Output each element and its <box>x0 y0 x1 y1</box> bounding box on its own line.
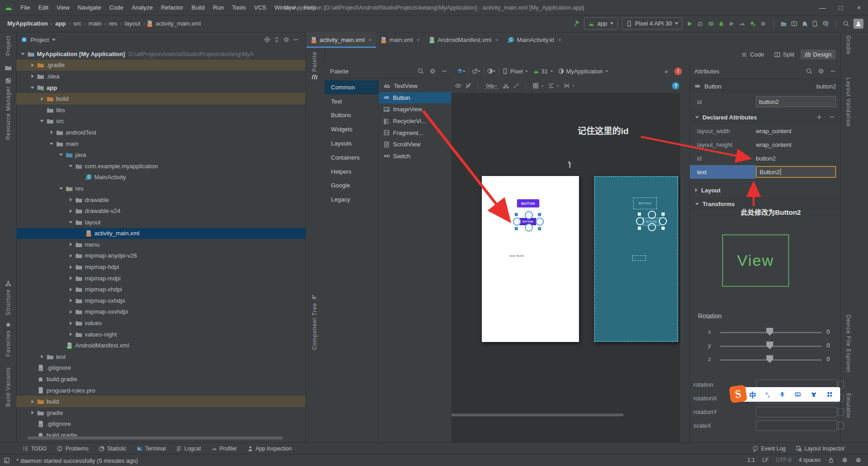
constraint-anchor-bottom[interactable] <box>525 223 533 232</box>
constraint-anchor-top[interactable] <box>525 211 533 219</box>
tree-row-mipmap-anydpi-v26[interactable]: mipmap-anydpi-v26 <box>16 250 305 262</box>
chevron-down-icon[interactable] <box>59 187 63 190</box>
tree-row-res[interactable]: res <box>16 183 305 194</box>
breadcrumb-file[interactable]: activity_main.xml <box>155 20 202 27</box>
chevron-right-icon[interactable] <box>70 265 72 269</box>
chevron-right-icon[interactable] <box>70 254 72 258</box>
device-picker[interactable]: Pixel <box>502 68 528 75</box>
palette-search-icon[interactable] <box>418 68 424 74</box>
chevron-down-icon[interactable] <box>50 143 53 145</box>
api-picker[interactable]: 31 <box>533 68 553 75</box>
tree-row-mipmap-mdpi[interactable]: mipmap-mdpi <box>16 273 305 284</box>
menu-run[interactable]: Run <box>209 0 228 15</box>
palette-component-textview[interactable]: AbTextView <box>379 80 451 92</box>
palette-category-google[interactable]: Google <box>325 179 378 193</box>
left-strip-build-variants[interactable]: Build Variants <box>0 367 16 407</box>
palette-strip-tab[interactable]: Palette <box>306 52 323 80</box>
tool-window-switcher-icon[interactable] <box>4 457 10 464</box>
attribute-row-id[interactable]: idbutton2 <box>690 151 841 165</box>
guidelines-grid-icon[interactable] <box>532 83 539 89</box>
caret-position[interactable]: 1:1 <box>747 457 755 463</box>
tab-androidmanifest-xml[interactable]: MFAndroidManifest.xml× <box>424 32 503 48</box>
design-surface[interactable]: 记住这里的id BUTTON BUTTON Hello World! <box>451 93 680 442</box>
left-strip-structure[interactable]: Structure <box>0 280 16 316</box>
file-encoding[interactable]: UTF-8 <box>776 457 791 463</box>
selection-handle[interactable] <box>515 213 518 216</box>
view-mode-design[interactable]: Design <box>801 50 836 59</box>
toolbar-overflow-button[interactable]: » <box>665 68 668 75</box>
palette-component-scrollview[interactable]: ScrollView <box>379 139 451 150</box>
chevron-right-icon[interactable] <box>70 332 72 336</box>
palette-category-widgets[interactable]: Widgets <box>325 122 378 136</box>
infer-constraints-wand-icon[interactable] <box>513 83 519 89</box>
chevron-right-icon[interactable] <box>31 63 34 67</box>
tree-row-proguard-rules-pro[interactable]: proguard-rules.pro <box>16 385 305 396</box>
attributes-search-icon[interactable] <box>806 68 812 74</box>
declared-attributes-header[interactable]: Declared Attributes <box>690 110 841 124</box>
profile-app-button[interactable] <box>749 21 756 27</box>
menu-view[interactable]: View <box>52 0 73 15</box>
design-preview[interactable]: BUTTON BUTTON Hello World! <box>482 176 579 342</box>
chevron-right-icon[interactable] <box>31 411 34 414</box>
profile-avatar[interactable] <box>853 19 863 29</box>
menu-edit[interactable]: Edit <box>34 0 52 15</box>
maximize-button[interactable]: □ <box>832 0 850 15</box>
palette-component-button[interactable]: Button <box>379 92 451 104</box>
chevron-right-icon[interactable] <box>31 400 34 404</box>
device-select[interactable]: Pixel 4 API 30 <box>622 17 682 30</box>
build-hammer-icon[interactable] <box>574 21 580 27</box>
chevron-right-icon[interactable] <box>70 243 72 246</box>
palette-gear-icon[interactable] <box>429 68 436 74</box>
error-badge[interactable]: ! <box>674 67 682 75</box>
ime-skin-icon[interactable] <box>811 391 817 398</box>
profiler-button[interactable] <box>739 21 745 27</box>
settings-gear-button[interactable] <box>283 36 289 43</box>
default-margin-field[interactable]: 0dp <box>485 83 499 89</box>
right-strip-emulator[interactable]: Emulator <box>845 393 852 419</box>
left-strip-resource-manager[interactable]: Resource Manager <box>0 78 16 140</box>
view-mode-split[interactable]: Split <box>770 50 798 59</box>
night-mode-icon[interactable] <box>487 68 493 74</box>
left-strip-project[interactable]: Project <box>0 36 16 56</box>
ime-toolbox-icon[interactable] <box>827 391 833 398</box>
add-attribute-button[interactable] <box>816 114 822 120</box>
line-separator[interactable]: LF <box>762 457 769 463</box>
ime-mic-icon[interactable] <box>779 391 785 398</box>
align-icon[interactable] <box>548 83 554 89</box>
chevron-right-icon[interactable] <box>31 74 34 78</box>
tree-row-mipmap-xxxhdpi[interactable]: mipmap-xxxhdpi <box>16 306 305 318</box>
palette-category-buttons[interactable]: Buttons <box>325 109 378 123</box>
toolwindow-problems[interactable]: Problems <box>52 443 93 455</box>
breadcrumb-item[interactable]: main <box>88 20 102 27</box>
menu-navigate[interactable]: Navigate <box>73 0 105 15</box>
close-tab-icon[interactable]: × <box>417 37 420 43</box>
selection-handle[interactable] <box>538 227 541 230</box>
attributes-hide-icon[interactable] <box>830 68 836 74</box>
tree-row-values[interactable]: values <box>16 317 305 329</box>
close-tab-icon[interactable]: × <box>368 37 372 43</box>
debug-button[interactable] <box>718 21 724 27</box>
layout-section-header[interactable]: Layout <box>690 183 841 197</box>
project-panel-title[interactable]: Project <box>31 36 49 43</box>
chevron-right-icon[interactable] <box>70 276 72 280</box>
chevron-right-icon[interactable] <box>70 288 72 291</box>
sdk-manager-button[interactable] <box>822 21 829 27</box>
close-button[interactable]: × <box>850 0 868 15</box>
attribute-row-layout_width[interactable]: layout_widthwrap_content <box>690 124 841 138</box>
chevron-right-icon[interactable] <box>70 198 72 202</box>
chevron-right-icon[interactable] <box>41 355 43 358</box>
toolwindow-terminal[interactable]: Terminal <box>131 443 170 455</box>
help-badge[interactable]: ? <box>672 82 679 89</box>
tree-row-test[interactable]: test <box>16 351 305 362</box>
palette-hide-icon[interactable] <box>441 68 448 74</box>
preview-button-top[interactable]: BUTTON <box>517 199 539 207</box>
palette-component-imageview[interactable]: ImageView <box>379 104 451 115</box>
apply-changes-button[interactable] <box>697 21 703 27</box>
toolwindow-layout-inspector[interactable]: Layout Inspector <box>790 443 850 455</box>
tree-row--gitignore[interactable]: .gitignore <box>16 419 305 430</box>
menu-tools[interactable]: Tools <box>228 0 250 15</box>
palette-category-helpers[interactable]: Helpers <box>325 165 378 179</box>
tree-row-src[interactable]: src <box>16 116 305 127</box>
sdk-device-button[interactable] <box>812 21 818 27</box>
tab-activity-main-xml[interactable]: <>activity_main.xml× <box>306 32 376 48</box>
